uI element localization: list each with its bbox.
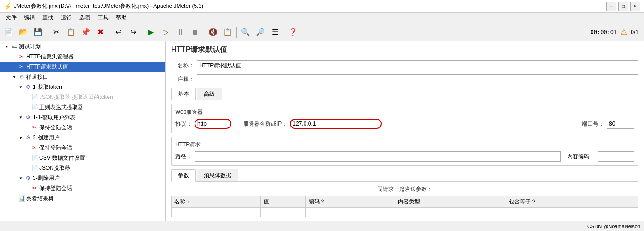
create-user-icon: ⚙ — [24, 134, 32, 141]
server-input[interactable] — [290, 119, 382, 129]
port-label: 端口号： — [573, 120, 604, 128]
btn-search2[interactable]: 🔎 — [253, 25, 267, 39]
expand-get-token[interactable] — [17, 84, 24, 90]
tree-item-json-extract-token[interactable]: 📄 JSON提取器:提取返回的token — [0, 92, 165, 102]
status-bar: CSDN @NoamaNelson — [0, 221, 644, 231]
btn-redo[interactable]: ↪ — [126, 25, 140, 39]
http-mgr-label: HTTP信息头管理器 — [26, 53, 74, 61]
tree-item-keep-session1[interactable]: ✂ 保持登陆会话 — [0, 122, 165, 133]
tree-item-create-user[interactable]: ⚙ 2-创建用户 — [0, 133, 165, 143]
tree-panel-resize[interactable] — [163, 41, 165, 221]
btn-open[interactable]: 📂 — [17, 25, 30, 39]
btn-copy[interactable]: 📋 — [64, 25, 78, 39]
expand-channel[interactable] — [11, 74, 17, 80]
port-input[interactable] — [607, 119, 634, 129]
name-input[interactable] — [197, 60, 638, 70]
tree-item-channel[interactable]: ⚙ 禅道接口 — [0, 72, 165, 82]
tree-item-regex-extract[interactable]: 📄 正则表达式提取器 — [0, 102, 165, 112]
tree-item-http-default[interactable]: ✂ HTTP请求默认值 — [0, 62, 165, 72]
keep-session3-icon: ✂ — [31, 185, 38, 192]
tree-item-view-results[interactable]: 📊 察看结果树 — [0, 193, 165, 203]
get-users-label: 1-1-获取用户列表 — [33, 114, 75, 121]
http-mgr-icon: ✂ — [18, 53, 25, 60]
btn-run[interactable]: ▶ — [144, 25, 158, 39]
tree-item-json-extract2[interactable]: 📄 JSON提取器 — [0, 163, 165, 173]
path-input[interactable] — [195, 151, 561, 162]
name-row: 名称： — [171, 60, 638, 70]
protocol-wrapper — [195, 119, 231, 129]
btn-undo[interactable]: ↩ — [111, 25, 125, 39]
btn-cut[interactable]: ✂ — [49, 25, 63, 39]
tree-item-csv-setup[interactable]: 📄 CSV 数据文件设置 — [0, 153, 165, 163]
col-encode: 编码？ — [306, 196, 395, 208]
window-controls: ─ □ × — [606, 2, 640, 11]
sep6 — [284, 27, 284, 38]
json-extract-token-label: JSON提取器:提取返回的token — [39, 93, 113, 101]
expand-view-results — [11, 195, 17, 202]
keep-session2-icon: ✂ — [31, 144, 38, 151]
menu-options[interactable]: 选项 — [75, 13, 94, 23]
main-layout: 🏷 测试计划 ✂ HTTP信息头管理器 ✂ HTTP请求默认值 ⚙ 禅道接口 — [0, 41, 644, 221]
btn-clear[interactable]: 🔇 — [206, 25, 220, 39]
menu-tools[interactable]: 工具 — [94, 13, 112, 23]
delete-user-label: 3-删除用户 — [33, 174, 60, 182]
app-icon: ⚡ — [4, 3, 11, 10]
tree-item-plan[interactable]: 🏷 测试计划 — [0, 41, 165, 52]
keep-session1-icon: ✂ — [31, 124, 38, 131]
expand-get-users[interactable] — [17, 114, 24, 121]
menu-find[interactable]: 查找 — [39, 13, 57, 23]
encoding-input[interactable] — [598, 151, 634, 162]
tree-item-http-mgr[interactable]: ✂ HTTP信息头管理器 — [0, 52, 165, 62]
tab-params[interactable]: 参数 — [171, 169, 196, 182]
protocol-input[interactable] — [195, 119, 231, 129]
btn-save[interactable]: 💾 — [31, 25, 45, 39]
maximize-button[interactable]: □ — [618, 2, 628, 11]
minimize-button[interactable]: ─ — [606, 2, 616, 11]
btn-delete[interactable]: ✖ — [93, 25, 107, 39]
sep3 — [142, 27, 142, 38]
btn-stop[interactable]: ⏹ — [188, 25, 202, 39]
btn-list[interactable]: ☰ — [268, 25, 282, 39]
btn-pause[interactable]: ⏸ — [173, 25, 187, 39]
expand-regex-extract — [24, 104, 30, 110]
params-table-body — [172, 208, 638, 217]
menu-help[interactable]: 帮助 — [112, 13, 131, 23]
tree-item-get-users[interactable]: ⚙ 1-1-获取用户列表 — [0, 112, 165, 122]
tree-item-get-token[interactable]: ⚙ 1-获取token — [0, 82, 165, 92]
menu-file[interactable]: 文件 — [2, 13, 20, 23]
expand-create-user[interactable] — [17, 134, 24, 141]
menu-run[interactable]: 运行 — [57, 13, 75, 23]
tab-advanced[interactable]: 高级 — [197, 88, 222, 100]
expand-keep-session3 — [24, 185, 30, 191]
btn-new[interactable]: 📄 — [2, 25, 16, 39]
keep-session1-label: 保持登陆会话 — [39, 124, 72, 132]
sep5 — [236, 27, 237, 38]
close-button[interactable]: × — [630, 2, 640, 11]
menu-edit[interactable]: 编辑 — [20, 13, 39, 23]
tree-item-delete-user[interactable]: ⚙ 3-删除用户 — [0, 173, 165, 183]
tree-item-keep-session3[interactable]: ✂ 保持登陆会话 — [0, 183, 165, 193]
tab-basic[interactable]: 基本 — [171, 88, 196, 100]
tab-body-data[interactable]: 消息体数据 — [197, 169, 238, 181]
keep-session3-label: 保持登陆会话 — [39, 185, 72, 192]
server-row: 协议： 服务器名称或IP： 端口号： — [175, 119, 634, 129]
btn-search[interactable]: 🔍 — [239, 25, 253, 39]
expand-plan[interactable] — [4, 43, 10, 50]
tree-item-keep-session2[interactable]: ✂ 保持登陆会话 — [0, 143, 165, 153]
col-name: 名称： — [172, 196, 261, 208]
warn-icon: ⚠ — [621, 28, 627, 36]
channel-label: 禅道接口 — [26, 73, 48, 81]
expand-delete-user[interactable] — [17, 175, 24, 181]
content-panel: HTTP请求默认值 名称： 注释： 基本 高级 Web服务器 协议： 服务器名称… — [166, 41, 644, 221]
plan-icon: 🏷 — [11, 43, 18, 50]
sep2 — [109, 27, 109, 38]
comment-input[interactable] — [197, 74, 638, 84]
http-request-section: HTTP请求 路径： 内容编码： — [171, 137, 638, 166]
btn-paste[interactable]: 📌 — [79, 25, 92, 39]
btn-run-no-pause[interactable]: ▷ — [159, 25, 172, 39]
toolbar: 📄 📂 💾 ✂ 📋 📌 ✖ ↩ ↪ ▶ ▷ ⏸ ⏹ 🔇 📋 🔍 🔎 ☰ ❓ 00… — [0, 23, 644, 41]
http-default-label: HTTP请求默认值 — [26, 63, 68, 71]
btn-help[interactable]: ❓ — [286, 25, 300, 39]
panel-title: HTTP请求默认值 — [171, 45, 638, 55]
btn-clear-all[interactable]: 📋 — [221, 25, 235, 39]
